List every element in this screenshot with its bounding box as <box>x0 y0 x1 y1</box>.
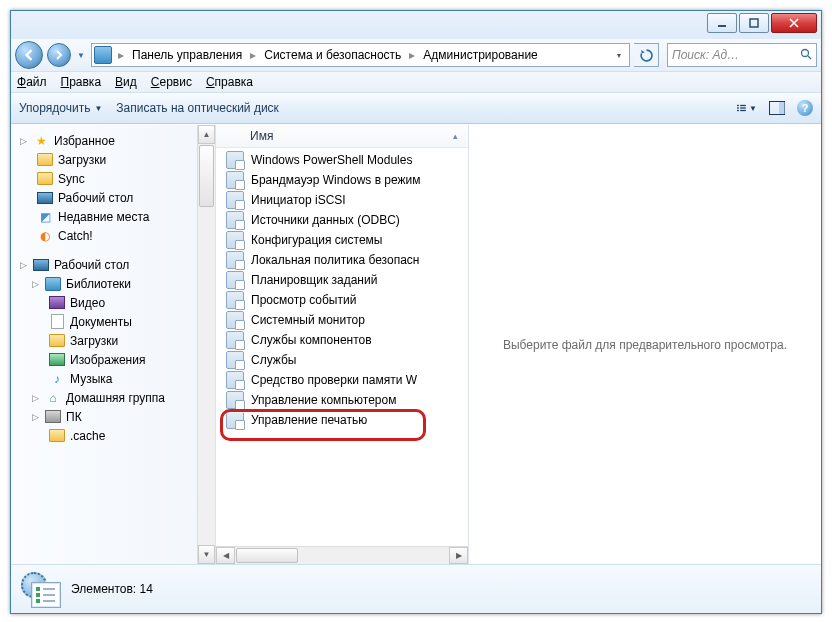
file-item-label: Инициатор iSCSI <box>251 193 346 207</box>
svg-rect-10 <box>779 102 785 114</box>
tree-item[interactable]: Sync <box>13 169 195 188</box>
breadcrumb-item[interactable]: Администрирование <box>417 44 543 66</box>
horizontal-scrollbar[interactable]: ◀ ▶ <box>216 546 468 564</box>
file-item[interactable]: Управление компьютером <box>216 390 468 410</box>
svg-rect-3 <box>737 105 739 106</box>
shortcut-icon <box>226 331 244 349</box>
file-item[interactable]: Управление печатью <box>216 410 468 430</box>
tree-item[interactable]: ♪Музыка <box>13 369 195 388</box>
file-item[interactable]: Просмотр событий <box>216 290 468 310</box>
tree-item[interactable]: .cache <box>13 426 195 445</box>
desktop-icon <box>33 259 49 271</box>
search-input[interactable]: Поиск: Ад… <box>667 43 817 67</box>
close-button[interactable] <box>771 13 817 33</box>
tree-item[interactable]: Загрузки <box>13 331 195 350</box>
menu-view[interactable]: Вид <box>115 75 137 89</box>
file-item-label: Конфигурация системы <box>251 233 382 247</box>
column-header-name[interactable]: Имя▴ <box>216 125 468 148</box>
file-item-label: Службы <box>251 353 296 367</box>
video-icon <box>49 296 65 309</box>
tree-item[interactable]: ◐Catch! <box>13 226 195 245</box>
sidebar-scrollbar[interactable]: ▲ ▼ <box>197 125 215 564</box>
scroll-thumb[interactable] <box>236 548 298 563</box>
file-item[interactable]: Службы компонентов <box>216 330 468 350</box>
svg-rect-5 <box>737 110 739 111</box>
breadcrumb-item[interactable]: Панель управления <box>126 44 248 66</box>
desktop-icon <box>37 192 53 204</box>
tree-item[interactable]: Видео <box>13 293 195 312</box>
shortcut-icon <box>226 351 244 369</box>
scroll-right-button[interactable]: ▶ <box>449 547 468 564</box>
minimize-button[interactable] <box>707 13 737 33</box>
shortcut-icon <box>226 271 244 289</box>
file-list-pane: Имя▴ Windows PowerShell ModulesБрандмауэ… <box>216 125 469 564</box>
tree-item[interactable]: Изображения <box>13 350 195 369</box>
file-item[interactable]: Локальная политика безопасн <box>216 250 468 270</box>
tree-item[interactable]: Документы <box>13 312 195 331</box>
svg-rect-4 <box>737 107 739 108</box>
tree-item[interactable]: Загрузки <box>13 150 195 169</box>
refresh-button[interactable] <box>634 43 659 67</box>
chevron-right-icon[interactable]: ▸ <box>116 48 126 62</box>
svg-rect-1 <box>750 19 758 27</box>
homegroup-icon: ⌂ <box>45 390 61 406</box>
file-item-label: Системный монитор <box>251 313 365 327</box>
svg-point-2 <box>802 49 809 56</box>
shortcut-icon <box>226 371 244 389</box>
titlebar <box>11 11 821 39</box>
tree-homegroup[interactable]: ▷⌂Домашняя группа <box>13 388 195 407</box>
menu-help[interactable]: Справка <box>206 75 253 89</box>
help-button[interactable]: ? <box>797 100 813 116</box>
tree-item[interactable]: ◩Недавние места <box>13 207 195 226</box>
file-item[interactable]: Средство проверки памяти W <box>216 370 468 390</box>
breadcrumb-item[interactable]: Система и безопасность <box>258 44 407 66</box>
scroll-down-button[interactable]: ▼ <box>198 545 215 564</box>
address-dropdown[interactable]: ▾ <box>611 51 627 60</box>
view-options-button[interactable]: ▼ <box>737 98 757 118</box>
sort-indicator-icon: ▴ <box>453 131 458 141</box>
file-item[interactable]: Источники данных (ODBC) <box>216 210 468 230</box>
tree-favorites[interactable]: ▷★Избранное <box>13 131 195 150</box>
shortcut-icon <box>226 391 244 409</box>
tree-libraries[interactable]: ▷Библиотеки <box>13 274 195 293</box>
forward-button[interactable] <box>47 43 71 67</box>
file-item-label: Windows PowerShell Modules <box>251 153 412 167</box>
menu-tools[interactable]: Сервис <box>151 75 192 89</box>
shortcut-icon <box>226 231 244 249</box>
file-item[interactable]: Инициатор iSCSI <box>216 190 468 210</box>
chevron-right-icon[interactable]: ▸ <box>407 48 417 62</box>
file-item[interactable]: Брандмауэр Windows в режим <box>216 170 468 190</box>
file-item[interactable]: Конфигурация системы <box>216 230 468 250</box>
shortcut-icon <box>226 251 244 269</box>
shortcut-icon <box>226 171 244 189</box>
tree-pc[interactable]: ▷ПК <box>13 407 195 426</box>
item-count-label: Элементов: 14 <box>71 582 153 596</box>
maximize-button[interactable] <box>739 13 769 33</box>
file-item-label: Планировщик заданий <box>251 273 377 287</box>
chevron-right-icon[interactable]: ▸ <box>248 48 258 62</box>
menu-file[interactable]: Файл <box>17 75 47 89</box>
file-item[interactable]: Windows PowerShell Modules <box>216 150 468 170</box>
address-bar[interactable]: ▸ Панель управления ▸ Система и безопасн… <box>91 43 630 67</box>
tree-desktop[interactable]: ▷Рабочий стол <box>13 255 195 274</box>
file-item[interactable]: Службы <box>216 350 468 370</box>
burn-button[interactable]: Записать на оптический диск <box>116 101 279 115</box>
file-item-label: Просмотр событий <box>251 293 356 307</box>
scroll-thumb[interactable] <box>199 145 214 207</box>
svg-rect-6 <box>740 105 746 106</box>
preview-pane-button[interactable] <box>767 98 787 118</box>
pictures-icon <box>49 353 65 366</box>
status-bar: Элементов: 14 <box>11 564 821 613</box>
menu-edit[interactable]: Правка <box>61 75 102 89</box>
scroll-left-button[interactable]: ◀ <box>216 547 235 564</box>
tree-item[interactable]: Рабочий стол <box>13 188 195 207</box>
file-item-label: Управление печатью <box>251 413 367 427</box>
file-item-label: Средство проверки памяти W <box>251 373 417 387</box>
back-button[interactable] <box>15 41 43 69</box>
history-dropdown[interactable]: ▼ <box>75 45 87 65</box>
organize-button[interactable]: Упорядочить ▼ <box>19 101 102 115</box>
file-item[interactable]: Планировщик заданий <box>216 270 468 290</box>
scroll-up-button[interactable]: ▲ <box>198 125 215 144</box>
folder-icon <box>37 153 53 166</box>
file-item[interactable]: Системный монитор <box>216 310 468 330</box>
